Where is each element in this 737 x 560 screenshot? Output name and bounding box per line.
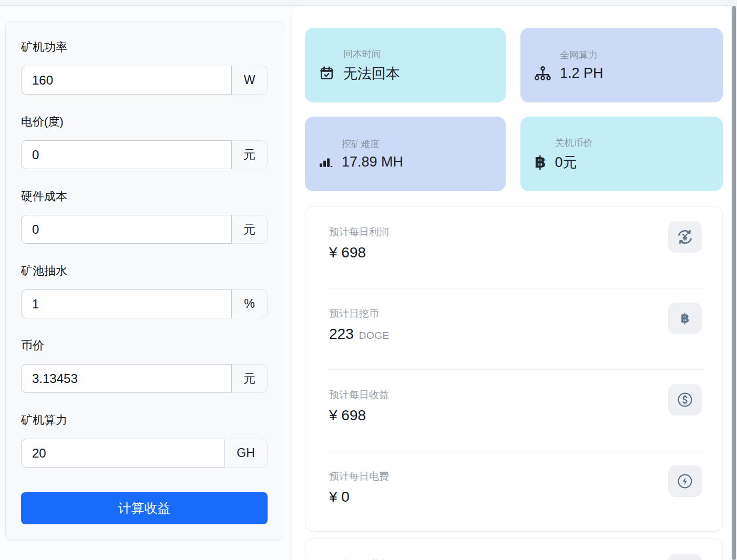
result-row-daily-coins: 预计日挖币 223 DOGE ฿	[305, 288, 722, 369]
stat-card-network-hashrate: 全网算力 1.2 PH	[520, 28, 723, 102]
result-row-daily-profit: 预计每日利润 ¥ 698	[305, 206, 722, 288]
top-header-strip	[0, 0, 737, 6]
hashrate-input[interactable]	[21, 439, 224, 468]
field-group-coin-price: 元	[21, 364, 268, 393]
result-row-monthly-profit: 预计每月利润	[305, 539, 722, 560]
yen-refresh-icon	[668, 554, 702, 560]
hardware-cost-unit: 元	[232, 215, 268, 244]
field-group-power: W	[21, 66, 268, 95]
stat-label: 关机币价	[555, 137, 593, 149]
result-value: ¥ 698	[329, 244, 366, 261]
field-group-hardware-cost: 元	[21, 215, 268, 244]
result-row-daily-revenue: 预计每日收益 ¥ 698	[305, 369, 722, 451]
field-group-electricity: 元	[21, 140, 268, 169]
hardware-cost-input[interactable]	[21, 215, 232, 244]
bar-chart-icon	[319, 157, 333, 168]
stat-label: 挖矿难度	[342, 138, 403, 150]
electricity-price-input[interactable]	[21, 140, 232, 169]
yen-refresh-icon	[668, 221, 702, 253]
field-label-hardware-cost: 硬件成本	[21, 189, 268, 204]
results-card-next: 预计每月利润	[305, 538, 723, 560]
pool-fee-input[interactable]	[21, 289, 232, 318]
field-label-pool-fee: 矿池抽水	[21, 263, 268, 279]
power-unit: W	[232, 66, 268, 95]
calculator-form-card: 矿机功率 W 电价(度) 元 硬件成本 元 矿池抽水 % 币价 元 矿机算力 G…	[5, 21, 283, 540]
dollar-circle-icon	[668, 384, 702, 416]
coin-price-input[interactable]	[21, 364, 232, 393]
stat-value: 0元	[555, 153, 593, 172]
bitcoin-icon: ฿	[668, 303, 702, 334]
field-label-hashrate: 矿机算力	[21, 412, 268, 428]
stat-label: 回本时间	[343, 48, 400, 60]
stat-card-shutdown-price: 关机币价 ฿ 0元	[520, 117, 723, 191]
coin-price-unit: 元	[232, 364, 268, 393]
field-group-hashrate: GH	[21, 439, 268, 468]
field-label-power: 矿机功率	[21, 39, 268, 55]
result-value: ¥ 0	[329, 489, 350, 505]
field-label-electricity: 电价(度)	[21, 114, 268, 130]
results-card: 预计每日利润 ¥ 698 预计日挖币 223 DOGE ฿ 预计每	[305, 206, 723, 532]
field-group-pool-fee: %	[21, 289, 268, 318]
result-label: 预计每日利润	[329, 225, 389, 239]
electricity-unit: 元	[232, 140, 268, 169]
stat-card-payback-time: 回本时间 无法回本	[305, 28, 506, 102]
stat-value: 17.89 MH	[342, 154, 403, 170]
lightning-icon	[668, 465, 702, 497]
bitcoin-icon: ฿	[535, 154, 546, 170]
network-icon	[535, 66, 551, 80]
calendar-check-icon	[319, 66, 334, 81]
stat-value: 无法回本	[343, 64, 400, 83]
vertical-scrollbar-thumb[interactable]	[732, 6, 736, 560]
calculate-earnings-button[interactable]: 计算收益	[21, 492, 268, 524]
hashrate-unit: GH	[224, 439, 268, 468]
stat-card-difficulty: 挖矿难度 17.89 MH	[305, 117, 506, 191]
power-input[interactable]	[21, 66, 232, 95]
field-label-coin-price: 币价	[21, 338, 268, 354]
result-row-daily-electricity: 预计每日电费 ¥ 0	[305, 451, 722, 532]
vertical-scrollbar-track[interactable]	[731, 0, 737, 560]
result-value: ¥ 698	[329, 407, 366, 424]
stat-label: 全网算力	[560, 49, 603, 61]
result-label: 预计每日电费	[329, 470, 389, 483]
stat-value: 1.2 PH	[560, 65, 603, 81]
result-label: 预计日挖币	[329, 307, 390, 320]
result-label: 预计每日收益	[329, 388, 389, 402]
result-label: 预计每月利润	[329, 558, 389, 560]
result-value: 223	[329, 326, 354, 343]
pool-fee-unit: %	[232, 289, 268, 318]
result-unit: DOGE	[359, 330, 390, 341]
